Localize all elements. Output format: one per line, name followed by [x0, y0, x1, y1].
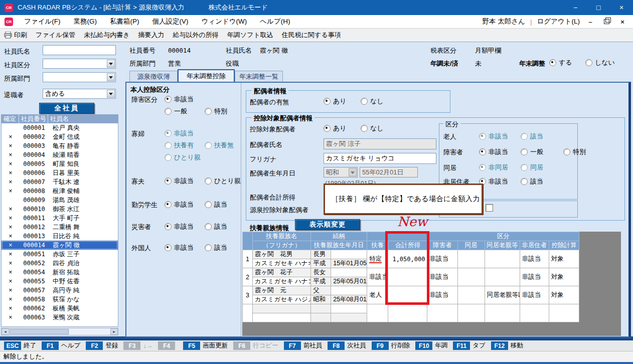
employee-row[interactable]: ×000014霞ヶ関 徹	[2, 241, 118, 250]
employee-row[interactable]: ×000011大手 町子	[2, 214, 118, 223]
employee-row[interactable]: 000001松戸 真央	[2, 123, 118, 132]
dependent-cell[interactable]: 霞ヶ関 花男	[253, 250, 311, 259]
dependent-cell[interactable]: カスミガセキ ハナオ	[253, 259, 311, 268]
employee-row[interactable]: ×000062板橋 美帆	[2, 304, 118, 313]
dependent-cell[interactable]	[388, 286, 427, 304]
scrollbar-thumb[interactable]	[10, 329, 69, 334]
toolbar-item[interactable]: 未払給与内書き	[84, 31, 129, 40]
radio-option[interactable]: 該当	[521, 132, 543, 140]
dependent-cell[interactable]: 非該当	[427, 268, 457, 286]
dependent-cell[interactable]	[485, 304, 520, 322]
era-select[interactable]: 昭和	[324, 167, 358, 177]
radio-option[interactable]: 該当	[205, 244, 227, 252]
dependent-cell[interactable]	[331, 304, 367, 313]
employee-row[interactable]: ×000006日暮 里美	[2, 168, 118, 177]
fkey-F5[interactable]: F5画面更新	[183, 341, 228, 350]
dependent-cell[interactable]	[457, 304, 485, 322]
dependent-cell[interactable]	[457, 268, 485, 286]
dependent-cell[interactable]	[253, 313, 311, 322]
chevron-down-icon[interactable]	[107, 60, 115, 68]
radio-option[interactable]: 特別	[563, 148, 586, 156]
dependent-cell[interactable]: 25年05月01日	[331, 277, 367, 286]
menu-item[interactable]: ヘルプ(H)	[253, 17, 296, 26]
dependent-cell[interactable]	[520, 304, 549, 322]
employee-row[interactable]: ×000007千駄木 遼	[2, 177, 118, 187]
dependent-cell[interactable]	[457, 286, 485, 304]
dependent-cell[interactable]: 非該当	[520, 286, 549, 304]
tab-gensen-choshubo[interactable]: 源泉徴収簿	[129, 71, 178, 82]
dependent-cell[interactable]: 1,050,000	[388, 250, 427, 268]
employee-row[interactable]: ×000055中野 佐香	[2, 277, 118, 286]
dependent-cell[interactable]: 霞ヶ関 元	[253, 286, 311, 295]
dependent-cell[interactable]	[331, 268, 367, 277]
fkey-F8[interactable]: F8次社員	[328, 341, 366, 350]
radio-option[interactable]: 該当	[205, 223, 227, 231]
toolbar-item[interactable]: 給与以外の所得	[173, 31, 219, 40]
dependent-cell[interactable]: 同居老親等以外	[485, 286, 520, 304]
employee-row[interactable]: ×000003亀有 静香	[2, 141, 118, 150]
radio-spouse-yes[interactable]: あり	[324, 97, 347, 105]
radio-option[interactable]: 同居	[521, 163, 543, 171]
menu-item[interactable]: 私書箱(P)	[103, 17, 146, 26]
dependent-cell[interactable]	[485, 250, 520, 268]
toolbar-item[interactable]: 印刷	[4, 31, 27, 40]
radio-option[interactable]: 特別	[205, 107, 227, 115]
fkey-F2[interactable]: F2登録	[86, 341, 118, 350]
employee-row[interactable]: ×000057高円寺 純	[2, 286, 118, 295]
dependent-cell[interactable]: 非該当	[427, 250, 457, 268]
fkey-F1[interactable]: F1ヘルプ	[42, 341, 80, 350]
radio-yearend-yes[interactable]: する	[549, 59, 572, 67]
dependent-cell[interactable]: カスミガセキ ハジメ	[253, 295, 311, 304]
radio-target-yes[interactable]: あり	[324, 124, 347, 132]
dependent-cell[interactable]: 老人	[367, 286, 388, 304]
spouse-kana-field[interactable]: カスミガセキ リョウコ	[324, 153, 436, 164]
dependent-cell[interactable]	[311, 304, 331, 313]
radio-option[interactable]: 扶養無	[205, 141, 234, 149]
radio-option[interactable]: 非該当	[165, 95, 194, 103]
employee-row[interactable]: ×000008根津 俊輔	[2, 187, 118, 196]
fkey-F10[interactable]: F10年調	[415, 341, 447, 350]
radio-option[interactable]: 該当	[205, 201, 227, 209]
dependent-cell[interactable]: 非該当	[520, 268, 549, 286]
dependent-cell[interactable]	[253, 304, 311, 313]
scroll-left-icon[interactable]: ◄	[2, 328, 9, 335]
all-employees-button[interactable]: 全社員	[39, 103, 94, 114]
dependent-cell[interactable]: 平成	[311, 259, 331, 268]
dependent-cell[interactable]	[331, 250, 367, 259]
menu-item[interactable]: 個人設定(V)	[146, 17, 195, 26]
dependent-cell[interactable]: 対象	[549, 286, 579, 304]
spouse-name-field[interactable]: 霞ヶ関 涼子	[324, 138, 436, 149]
dependent-cell[interactable]	[388, 304, 427, 322]
toolbar-item[interactable]: 住民税に関する事項	[282, 31, 341, 40]
extra-option-checkbox[interactable]	[486, 204, 493, 212]
dependent-cell[interactable]	[367, 304, 388, 322]
radio-option[interactable]: 非該当	[165, 244, 194, 252]
radio-option[interactable]: 扶養有	[165, 141, 194, 149]
employee-type-select[interactable]	[43, 59, 116, 69]
maximize-icon[interactable]: □	[587, 0, 610, 15]
dependent-cell[interactable]: 1	[243, 250, 253, 268]
employee-row[interactable]: ×000052四谷 貞治	[2, 259, 118, 268]
fkey-F12[interactable]: F12移動	[491, 341, 523, 350]
mdi-close-icon[interactable]: ×	[617, 17, 628, 26]
dependent-cell[interactable]	[427, 304, 457, 322]
dependent-cell[interactable]	[311, 313, 331, 322]
menu-item[interactable]: ウィンドウ(W)	[195, 17, 254, 26]
radio-option[interactable]: ひとり親	[205, 177, 241, 185]
tab-nencho-kojo[interactable]: 年末調整控除	[178, 69, 235, 82]
dependent-cell[interactable]	[331, 286, 367, 295]
radio-yearend-no[interactable]: しない	[585, 59, 615, 67]
mdi-restore-icon[interactable]	[601, 17, 612, 26]
dependent-cell[interactable]: 非該当	[520, 250, 549, 268]
dependent-cell[interactable]	[388, 268, 427, 286]
radio-option[interactable]: 非該当	[165, 177, 194, 185]
dependent-cell[interactable]: 非該当	[367, 268, 388, 286]
chevron-down-icon[interactable]	[107, 73, 115, 81]
menu-item[interactable]: 業務(G)	[67, 17, 104, 26]
dependent-cell[interactable]	[457, 250, 485, 268]
radio-option[interactable]: 該当	[521, 177, 543, 186]
dependent-cell[interactable]: 25年08月01日	[331, 295, 367, 304]
dependent-cell[interactable]	[549, 304, 579, 322]
employee-row[interactable]: ×000058荻窪 かな	[2, 295, 118, 304]
dependent-cell[interactable]	[485, 268, 520, 286]
